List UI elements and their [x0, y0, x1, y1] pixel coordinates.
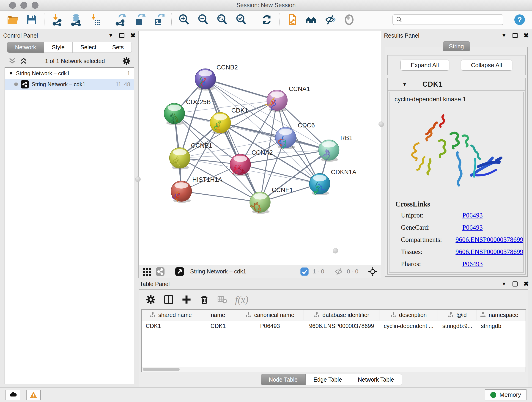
close-panel-icon[interactable]: ✖: [130, 32, 136, 39]
main-area: Control Panel ▼ ✖ Network Style Select S…: [0, 29, 532, 387]
tab-select[interactable]: Select: [73, 42, 104, 53]
network-edge[interactable]: [205, 79, 277, 100]
open-session-icon[interactable]: [5, 12, 20, 27]
network-canvas[interactable]: CCNB2CCNA1CDC25BCDK1CDC6RB1CCNB1CCNA2CDK…: [139, 31, 381, 265]
import-network-database-icon[interactable]: [68, 12, 84, 27]
export-table-icon[interactable]: [132, 12, 147, 27]
collapse-all-icon[interactable]: [8, 57, 16, 64]
tab-style[interactable]: Style: [44, 42, 73, 53]
show-graphics-icon[interactable]: [341, 12, 357, 27]
network-list-toolbar: 1 of 1 Network selected: [3, 55, 136, 67]
zoom-fit-icon[interactable]: [214, 12, 230, 27]
grid-mode-icon[interactable]: [142, 267, 152, 277]
network-edge[interactable]: [181, 191, 260, 202]
right-splitter-handle[interactable]: [379, 121, 384, 127]
maximize-panel-icon[interactable]: [119, 33, 124, 38]
export-image-icon[interactable]: [151, 12, 167, 27]
import-network-file-icon[interactable]: [49, 12, 65, 27]
network-node-CCNA1[interactable]: CCNA1: [265, 85, 310, 112]
maximize-panel-icon[interactable]: [513, 281, 518, 287]
column-header[interactable]: shared name: [142, 310, 200, 320]
birdseye-navigator-icon[interactable]: [368, 267, 378, 277]
delete-column-icon[interactable]: [199, 294, 209, 305]
float-panel-icon[interactable]: ▼: [501, 281, 507, 287]
current-network-indicator: [14, 83, 18, 86]
crosslink-link[interactable]: 9606.ENSP00000378699: [456, 236, 523, 243]
export-network-icon[interactable]: [113, 12, 128, 27]
tab-sets[interactable]: Sets: [104, 42, 132, 53]
table-options-gear-icon[interactable]: [146, 294, 156, 305]
gene-section: ▼ CDK1 cyclin-dependent kinase 1: [387, 78, 526, 274]
table-row[interactable]: CDK1 CDK1 P06493 9606.ENSP00000378699 cy…: [142, 320, 526, 332]
edge-count: 48: [124, 81, 130, 88]
close-panel-icon[interactable]: ✖: [524, 281, 529, 287]
cell-id: stringdb:9...: [438, 320, 477, 332]
tab-node-table[interactable]: Node Table: [261, 374, 306, 385]
left-splitter-handle[interactable]: [135, 177, 141, 182]
window-title: Session: New Session: [0, 2, 532, 9]
crosslink-label: Compartments:: [401, 236, 456, 243]
control-panel-title: Control Panel: [3, 32, 38, 39]
expand-all-icon[interactable]: [20, 57, 27, 64]
crosslink-link[interactable]: P06493: [462, 224, 483, 231]
import-table-icon[interactable]: [87, 12, 103, 27]
help-icon[interactable]: ?: [512, 12, 527, 27]
close-panel-icon[interactable]: ✖: [524, 32, 529, 39]
detach-view-icon[interactable]: [175, 267, 185, 277]
string-home-icon[interactable]: [303, 12, 319, 27]
results-panel-title: Results Panel: [384, 32, 419, 39]
column-header[interactable]: @id: [438, 310, 477, 320]
expand-all-button[interactable]: Expand All: [400, 60, 449, 70]
status-bar: Memory: [0, 387, 532, 402]
network-row-selected[interactable]: String Network – cdk1 11 48: [5, 79, 134, 90]
column-header[interactable]: namespace: [477, 310, 526, 320]
memory-button[interactable]: Memory: [485, 389, 526, 400]
scrollbar-thumb[interactable]: [143, 368, 180, 371]
float-panel-icon[interactable]: ▼: [501, 33, 507, 38]
tab-network[interactable]: Network: [7, 42, 44, 53]
network-node-RB1[interactable]: RB1: [318, 134, 352, 162]
show-columns-icon[interactable]: [164, 294, 174, 305]
network-node-label: CCNB2: [216, 64, 238, 71]
share-network-icon[interactable]: [284, 12, 300, 27]
column-header[interactable]: canonical name: [236, 310, 304, 320]
collection-expander-icon[interactable]: ▼: [9, 71, 13, 76]
search-input[interactable]: [404, 17, 500, 23]
tab-network-table[interactable]: Network Table: [350, 374, 402, 385]
section-expander-icon[interactable]: ▼: [402, 82, 407, 87]
table-horizontal-scrollbar[interactable]: [142, 367, 526, 372]
crosslink-link[interactable]: P06493: [462, 211, 483, 219]
maximize-panel-icon[interactable]: [513, 33, 518, 38]
crosslink-link[interactable]: 9606.ENSP00000378699: [456, 248, 523, 255]
collapse-all-button[interactable]: Collapse All: [461, 60, 513, 70]
column-header[interactable]: description: [380, 310, 438, 320]
column-header[interactable]: name: [200, 310, 236, 320]
zoom-out-icon[interactable]: [195, 12, 211, 27]
zoom-in-icon[interactable]: [176, 12, 192, 27]
save-session-icon[interactable]: [24, 12, 39, 27]
crosslink-label: GeneCard:: [401, 224, 462, 231]
bottom-splitter-handle[interactable]: [333, 248, 338, 254]
table-header-row: shared name name canonical name database…: [142, 310, 526, 320]
network-edge[interactable]: [205, 79, 260, 202]
network-node-HIST1H1A[interactable]: HIST1H1A: [171, 176, 222, 203]
hide-glass-icon[interactable]: [322, 12, 338, 27]
network-node-CCNE1[interactable]: CCNE1: [250, 186, 293, 214]
string-view-icon[interactable]: [155, 267, 165, 277]
selected-checkbox-icon[interactable]: [299, 267, 310, 277]
network-node-label: CCNA2: [252, 149, 273, 156]
zoom-selected-icon[interactable]: [233, 12, 249, 27]
network-node-CDKN1A[interactable]: CDKN1A: [309, 168, 356, 196]
tab-edge-table[interactable]: Edge Table: [306, 374, 350, 385]
refresh-icon[interactable]: [259, 12, 274, 27]
network-options-gear-icon[interactable]: [122, 57, 131, 65]
add-column-icon[interactable]: [181, 294, 191, 305]
warnings-button[interactable]: [26, 390, 41, 400]
tab-string[interactable]: String: [443, 41, 470, 51]
cloud-status-button[interactable]: [6, 390, 20, 400]
gene-section-header[interactable]: ▼ CDK1: [388, 78, 525, 91]
network-collection-row[interactable]: ▼ String Network – cdk1 1: [5, 68, 134, 79]
float-panel-icon[interactable]: ▼: [108, 33, 114, 38]
column-header[interactable]: database identifier: [304, 310, 380, 320]
crosslink-link[interactable]: P06493: [462, 260, 483, 268]
